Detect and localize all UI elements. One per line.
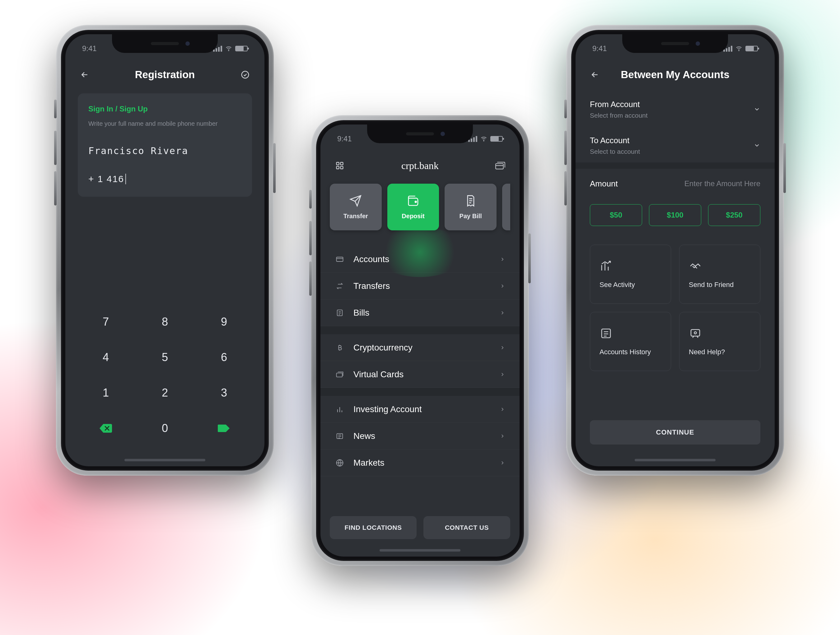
- key-1[interactable]: 1: [87, 380, 125, 405]
- wifi-icon: [480, 135, 487, 142]
- phone-field[interactable]: + 1 416: [88, 174, 242, 184]
- phone-home: 9:41 crpt.bank Transfer Deposi: [311, 115, 529, 566]
- home-indicator[interactable]: [635, 459, 715, 461]
- arrow-left-icon: [590, 70, 600, 79]
- key-3[interactable]: 3: [205, 380, 243, 405]
- chip-50[interactable]: $50: [590, 204, 642, 226]
- key-6[interactable]: 6: [205, 345, 243, 370]
- quick-transfer-label: Transfer: [343, 212, 368, 220]
- key-7[interactable]: 7: [87, 309, 125, 334]
- find-locations-button[interactable]: FIND LOCATIONS: [330, 516, 417, 539]
- menu-news[interactable]: News: [321, 423, 519, 450]
- key-4[interactable]: 4: [87, 345, 125, 370]
- quick-deposit-label: Deposit: [402, 212, 424, 220]
- cards-icon: [495, 161, 505, 170]
- receipt-icon: [464, 195, 477, 207]
- tile-label: See Activity: [600, 281, 662, 289]
- brand-title: crpt.bank: [401, 160, 439, 171]
- key-backspace[interactable]: [87, 416, 125, 441]
- confirm-button[interactable]: [238, 68, 252, 82]
- key-0[interactable]: 0: [146, 416, 183, 441]
- support-icon: [689, 327, 702, 340]
- battery-icon: [745, 46, 758, 51]
- cards-button[interactable]: [493, 159, 507, 173]
- svg-point-8: [415, 201, 417, 203]
- svg-rect-16: [691, 329, 700, 336]
- chevron-right-icon: [500, 257, 505, 262]
- chip-250[interactable]: $250: [708, 204, 760, 226]
- svg-rect-5: [336, 166, 339, 169]
- to-account-select[interactable]: To Account Select to account: [576, 128, 775, 163]
- from-sub: Select from account: [590, 112, 760, 119]
- svg-rect-9: [336, 257, 343, 261]
- chevron-right-icon: [500, 310, 505, 316]
- tile-help[interactable]: Need Help?: [679, 312, 760, 371]
- key-submit[interactable]: [205, 416, 243, 441]
- menu-label: Bills: [354, 308, 491, 318]
- battery-icon: [235, 46, 248, 51]
- key-8[interactable]: 8: [146, 309, 183, 334]
- bitcoin-icon: [335, 343, 345, 353]
- svg-rect-3: [336, 163, 339, 165]
- back-button[interactable]: [78, 68, 92, 82]
- from-account-select[interactable]: From Account Select from account: [576, 92, 775, 127]
- svg-point-2: [483, 141, 484, 141]
- contact-us-button[interactable]: CONTACT US: [423, 516, 510, 539]
- home-indicator[interactable]: [379, 549, 461, 551]
- sign-in-up-link[interactable]: Sign In / Sign Up: [88, 105, 242, 113]
- svg-point-14: [739, 51, 739, 51]
- tile-history[interactable]: Accounts History: [590, 312, 671, 371]
- list-icon: [335, 308, 345, 318]
- home-indicator[interactable]: [125, 459, 205, 461]
- menu-virtual-cards[interactable]: Virtual Cards: [321, 361, 519, 388]
- menu-label: Cryptocurrency: [354, 343, 491, 353]
- amount-row[interactable]: Amount Enter the Amount Here: [576, 169, 775, 199]
- menu-accounts[interactable]: Accounts: [321, 246, 519, 273]
- menu-markets[interactable]: Markets: [321, 450, 519, 476]
- grid-icon: [335, 161, 344, 170]
- page-title: Between My Accounts: [621, 69, 729, 81]
- svg-point-0: [228, 51, 229, 51]
- swap-icon: [335, 281, 345, 291]
- menu-bills[interactable]: Bills: [321, 299, 519, 326]
- from-label: From Account: [590, 100, 760, 109]
- phone-field-value: + 1 416: [88, 174, 124, 184]
- numeric-keypad: 7 8 9 4 5 6 1 2 3 0: [65, 296, 264, 451]
- quick-paybill[interactable]: Pay Bill: [445, 184, 497, 230]
- wifi-icon: [736, 45, 742, 52]
- quick-transfer[interactable]: Transfer: [330, 184, 382, 230]
- menu-label: News: [354, 431, 491, 441]
- trend-icon: [600, 260, 613, 273]
- svg-point-17: [695, 332, 696, 334]
- chevron-right-icon: [500, 460, 505, 466]
- menu-investing[interactable]: Investing Account: [321, 396, 519, 423]
- history-icon: [600, 327, 613, 340]
- chip-100[interactable]: $100: [649, 204, 701, 226]
- signup-hint: Write your full name and mobile phone nu…: [88, 120, 242, 127]
- header: Between My Accounts: [576, 62, 775, 87]
- key-9[interactable]: 9: [205, 309, 243, 334]
- name-field[interactable]: Francisco Rivera: [88, 146, 242, 156]
- key-2[interactable]: 2: [146, 380, 183, 405]
- status-time: 9:41: [592, 44, 607, 53]
- key-5[interactable]: 5: [146, 345, 183, 370]
- cards-stack-icon: [335, 369, 345, 380]
- quick-more[interactable]: [502, 184, 510, 230]
- submit-tag-icon: [217, 423, 231, 434]
- tile-activity[interactable]: See Activity: [590, 245, 671, 304]
- tile-send-friend[interactable]: Send to Friend: [679, 245, 760, 304]
- quick-paybill-label: Pay Bill: [459, 212, 482, 220]
- page-title: Registration: [135, 69, 195, 81]
- action-tiles: See Activity Send to Friend Accounts His…: [576, 226, 775, 371]
- menu-transfers[interactable]: Transfers: [321, 273, 519, 299]
- wallet-icon: [407, 195, 419, 207]
- quick-deposit[interactable]: Deposit: [387, 184, 439, 230]
- menu-crypto[interactable]: Cryptocurrency: [321, 334, 519, 361]
- menu-label: Markets: [354, 458, 491, 468]
- chevron-right-icon: [500, 407, 505, 412]
- menu-label: Accounts: [354, 254, 491, 264]
- apps-button[interactable]: [333, 159, 347, 173]
- back-button[interactable]: [588, 68, 602, 82]
- phone-registration: 9:41 Registration Sign In / Sign Up Writ…: [56, 25, 274, 476]
- continue-button[interactable]: CONTINUE: [590, 420, 760, 445]
